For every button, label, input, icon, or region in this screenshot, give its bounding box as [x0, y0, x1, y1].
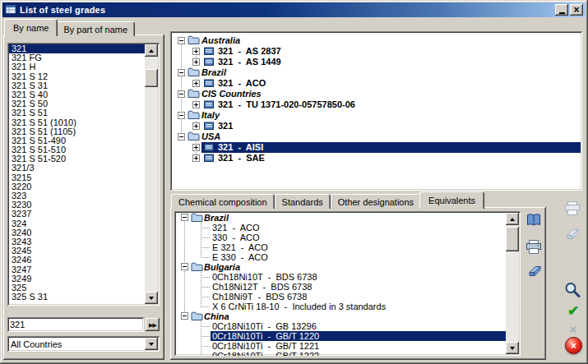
tree-item-row[interactable]: 321 - ACO	[176, 78, 581, 89]
select-button[interactable]: ✔	[564, 302, 582, 320]
tab-other-designations[interactable]: Other designations	[331, 194, 421, 209]
grade-list-scrollbar[interactable]	[145, 44, 158, 304]
tree-country-row[interactable]: USA	[176, 131, 581, 142]
minimize-button[interactable]	[555, 4, 568, 16]
scroll-up-button[interactable]	[506, 213, 519, 225]
tree-item-row[interactable]: 321 - AS 2837	[176, 46, 581, 57]
tree-item-row[interactable]: 330 - ACO	[178, 233, 506, 242]
tree-item-row[interactable]: X 6 CrNiTi 18-10 - Included in 3 standar…	[178, 302, 506, 311]
collapse-icon[interactable]	[181, 214, 188, 221]
search-input[interactable]	[7, 317, 144, 332]
print-all-button[interactable]	[562, 200, 583, 218]
collapse-icon[interactable]	[178, 90, 185, 98]
expand-icon[interactable]	[192, 122, 200, 130]
tree-item-row[interactable]: 0Ch18Ni10T - BDS 6738	[178, 272, 506, 282]
tab-by-part-of-name[interactable]: By part of name	[56, 21, 135, 36]
tree-country-row[interactable]: CIS Countries	[176, 89, 581, 99]
tree-country-row[interactable]: Bulgaria	[178, 262, 506, 272]
tree-country-row[interactable]: China	[178, 311, 506, 321]
equivalents-scrollbar[interactable]	[506, 213, 519, 354]
list-item[interactable]: 3246	[9, 256, 145, 265]
collapse-icon[interactable]	[178, 133, 185, 141]
scroll-thumb[interactable]	[145, 69, 158, 87]
tab-chemical-composition[interactable]: Chemical composition	[171, 194, 275, 209]
list-item[interactable]: 321 S 51-520	[9, 154, 145, 164]
scroll-down-button[interactable]	[145, 292, 158, 304]
exit-button[interactable]: ×	[564, 336, 583, 355]
list-item[interactable]: 325	[9, 283, 145, 293]
collapse-icon[interactable]	[178, 69, 185, 76]
list-item[interactable]: 321 S 51-510	[9, 145, 145, 154]
tree-item-row[interactable]: 0Cr18Ni10Ti - GB/T 1221	[178, 341, 506, 351]
list-item[interactable]: 321 S 51-490	[9, 136, 145, 145]
close-button[interactable]: ×	[570, 4, 583, 16]
list-item[interactable]: 3230	[9, 200, 145, 210]
list-item[interactable]: 323	[9, 191, 145, 200]
expand-icon[interactable]	[192, 80, 200, 87]
tab-by-name[interactable]: By name	[4, 19, 58, 36]
expand-icon[interactable]	[192, 144, 200, 151]
collapse-icon[interactable]	[178, 112, 185, 119]
tree-item-row[interactable]: 321	[176, 121, 581, 131]
list-item[interactable]: 321 S 50	[9, 99, 145, 108]
collapse-icon[interactable]	[178, 37, 185, 44]
list-item[interactable]: 3243	[9, 237, 145, 247]
tree-item-row[interactable]: 0Cr18Ni10Ti - GB/T 1222	[178, 351, 506, 356]
tab-equivalents[interactable]: Equivalents	[419, 191, 484, 209]
scroll-down-button[interactable]	[506, 342, 519, 354]
find-button[interactable]	[563, 281, 582, 301]
tree-country-row[interactable]: Brazil	[176, 67, 581, 78]
expand-icon[interactable]	[192, 48, 200, 55]
expand-icon[interactable]	[192, 101, 200, 108]
print-button[interactable]	[522, 237, 545, 258]
tree-item-row[interactable]: 321 - ACO	[178, 223, 506, 233]
list-item[interactable]: 321 S 51 (1010)	[9, 118, 145, 127]
expand-icon[interactable]	[192, 154, 200, 162]
list-item[interactable]: 3249	[9, 274, 145, 283]
list-item[interactable]: 321	[9, 44, 145, 53]
tree-item-row[interactable]: Ch18Ni12T - BDS 6738	[178, 282, 506, 292]
list-item[interactable]: 3237	[9, 210, 145, 219]
list-item[interactable]: 3220	[9, 182, 145, 191]
list-item[interactable]: 321 S 51	[9, 108, 145, 117]
tree-country-row[interactable]: Australia	[176, 35, 581, 46]
list-item[interactable]: 321 H	[9, 62, 145, 71]
tree-item-row[interactable]: 321 - AISI	[176, 142, 581, 153]
tree-item-row[interactable]: 321 - TU 1371-020-05757850-06	[176, 99, 581, 110]
list-item[interactable]: 321/3	[9, 164, 145, 173]
list-item[interactable]: 321 S 31	[9, 81, 145, 90]
scroll-thumb[interactable]	[506, 227, 519, 251]
tree-item-row[interactable]: E 321 - ACO	[178, 242, 506, 252]
tree-item-row[interactable]: 321 - AS 1449	[176, 57, 581, 67]
collapse-icon[interactable]	[181, 263, 188, 270]
cancel-button[interactable]: ×	[566, 322, 581, 335]
scroll-up-button[interactable]	[145, 44, 158, 57]
clear-all-button[interactable]	[563, 228, 581, 242]
add-to-notebook-button[interactable]	[522, 210, 545, 232]
tree-item-row[interactable]: 321 - SAE	[176, 153, 581, 164]
tree-item-row[interactable]: 0Cr18Ni10Ti - GB/T 1220	[178, 331, 506, 341]
list-item[interactable]: 321 S 40	[9, 90, 145, 99]
tree-country-row[interactable]: Italy	[176, 110, 581, 121]
list-item[interactable]: 3240	[9, 228, 145, 237]
list-item[interactable]: 321 FG	[9, 53, 145, 62]
list-item[interactable]: 321 S 12	[9, 72, 145, 81]
list-item[interactable]: 3245	[9, 247, 145, 256]
list-item[interactable]: 3247	[9, 265, 145, 274]
go-button[interactable]: ▶▶	[146, 318, 160, 331]
list-item[interactable]: 3215	[9, 173, 145, 182]
country-filter-select[interactable]: All Countries	[7, 336, 160, 352]
collapse-icon[interactable]	[181, 312, 188, 320]
tree-item-row[interactable]: E 330 - ACO	[178, 252, 506, 262]
titlebar[interactable]: List of steel grades ×	[2, 2, 586, 17]
expand-icon[interactable]	[192, 58, 200, 66]
list-item[interactable]: 324	[9, 219, 145, 228]
combo-dropdown-button[interactable]	[145, 338, 158, 350]
tab-standards[interactable]: Standards	[275, 194, 331, 209]
list-item[interactable]: 321 S 51 (1105)	[9, 127, 145, 136]
clear-button[interactable]	[523, 261, 546, 283]
tree-item-row[interactable]: Ch18Ni9T - BDS 6738	[178, 292, 506, 302]
list-item[interactable]: 325 S 31	[9, 293, 145, 302]
tree-item-row[interactable]: 0Cr18Ni10Ti - GB 13296	[178, 321, 506, 331]
tree-country-row[interactable]: Brazil	[178, 213, 506, 223]
